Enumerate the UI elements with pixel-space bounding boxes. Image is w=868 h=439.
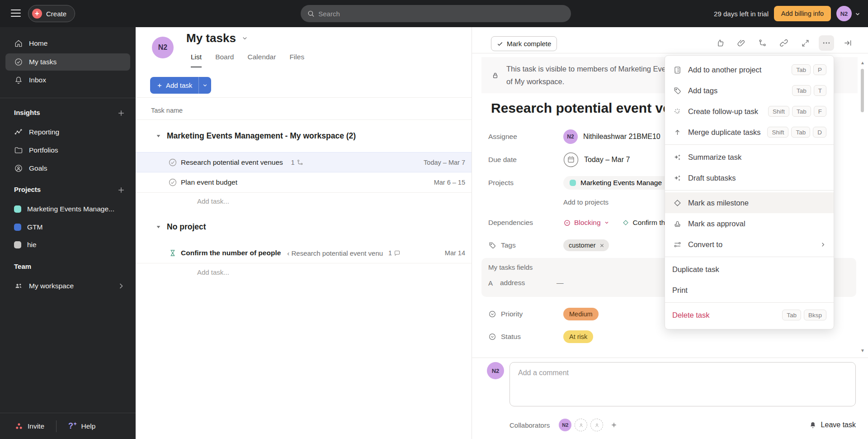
add-task-inline[interactable]: Add task... <box>197 197 229 205</box>
sidebar-item-project-marketing[interactable]: Marketing Events Manage... <box>5 200 130 218</box>
section-collapse-icon[interactable] <box>156 224 161 230</box>
attach-button[interactable] <box>734 35 749 51</box>
comment-input[interactable]: Add a comment <box>509 362 856 406</box>
add-project-icon[interactable] <box>117 186 126 195</box>
add-to-projects-link[interactable]: Add to projects <box>563 198 609 206</box>
add-task-dropdown-button[interactable] <box>198 77 211 94</box>
priority-badge[interactable]: Medium <box>563 308 599 320</box>
parent-task-link[interactable]: ‹ Research potential event venu <box>287 249 383 257</box>
search-bar[interactable] <box>301 5 571 22</box>
menu-item-summarize-task[interactable]: Summarize task <box>665 147 834 167</box>
scroll-up-icon[interactable]: ▲ <box>860 61 865 65</box>
leave-task-button[interactable]: Leave task <box>809 421 856 429</box>
comment-avatar: N2 <box>487 362 504 379</box>
status-badge[interactable]: At risk <box>563 330 593 343</box>
collaborator-avatar[interactable]: N2 <box>559 419 571 431</box>
menu-item-mark-as-approval[interactable]: Mark as approval <box>665 213 834 234</box>
menu-item-create-follow-up-task[interactable]: Create follow-up task ShiftTabF <box>665 101 834 122</box>
menu-item-delete-task[interactable]: Delete task TabBksp <box>665 305 834 325</box>
task-check-icon[interactable] <box>168 178 177 187</box>
sidebar-section-insights: Insights <box>14 109 40 116</box>
bell-icon <box>809 421 817 429</box>
address-value[interactable]: — <box>557 279 564 287</box>
sidebar-item-project-gtm[interactable]: GTM <box>5 219 130 236</box>
blocking-icon <box>563 219 571 227</box>
dependency-task-link[interactable]: Confirm the <box>622 219 669 227</box>
sidebar-item-home[interactable]: Home <box>5 35 130 52</box>
sidebar-item-my-workspace[interactable]: My workspace <box>5 277 130 295</box>
detail-scrollbar[interactable]: ▲ ▼ <box>860 59 865 354</box>
sidebar-item-reporting[interactable]: Reporting <box>5 124 130 141</box>
scrollbar-thumb[interactable] <box>861 69 864 112</box>
invite-button[interactable]: Invite <box>14 422 44 431</box>
collaborator-placeholder-avatar[interactable] <box>575 419 587 431</box>
task-actions-menu: Add to another project TabP Add tags Tab… <box>665 55 834 329</box>
approval-hourglass-icon <box>169 249 177 257</box>
tab-board[interactable]: Board <box>215 53 234 67</box>
menu-item-mark-as-milestone[interactable]: Mark as milestone <box>665 192 834 213</box>
tag-chip-customer[interactable]: customer <box>563 239 609 251</box>
assignee-value[interactable]: N2 Nithileashwar 21BME10 <box>563 129 660 144</box>
help-button[interactable]: ?✦ Help <box>68 421 95 431</box>
tab-calendar[interactable]: Calendar <box>248 53 276 67</box>
collaborator-placeholder-avatar[interactable] <box>590 419 603 431</box>
task-row-confirm-people[interactable]: Confirm the number of people ‹ Research … <box>136 243 472 263</box>
sidebar-section-team: Team <box>14 262 31 270</box>
section-collapse-icon[interactable] <box>156 133 161 139</box>
shortcut-key: F <box>814 106 826 117</box>
invite-label: Invite <box>28 422 44 430</box>
account-chevron-down-icon[interactable] <box>854 11 861 17</box>
copy-link-button[interactable] <box>776 35 792 51</box>
sidebar-item-project-hie[interactable]: hie <box>5 236 130 253</box>
tab-list[interactable]: List <box>191 53 202 67</box>
add-task-button[interactable]: Add task <box>150 77 198 94</box>
menu-item-draft-subtasks[interactable]: Draft subtasks <box>665 167 834 188</box>
invite-icon <box>14 422 24 431</box>
shortcut-key: P <box>813 64 826 75</box>
add-billing-info-button[interactable]: Add billing info <box>774 6 831 21</box>
project-chip[interactable]: Marketing Events Manage <box>563 176 680 190</box>
section-header-no-project[interactable]: No project <box>156 222 206 232</box>
sidebar-item-goals[interactable]: Goals <box>5 160 130 177</box>
add-insight-icon[interactable] <box>117 109 126 118</box>
search-input[interactable] <box>318 10 565 18</box>
add-collaborator-icon[interactable] <box>610 421 618 429</box>
workspace-chevron-right-icon[interactable] <box>117 282 126 291</box>
like-button[interactable] <box>712 35 728 51</box>
scroll-down-icon[interactable]: ▼ <box>860 348 865 353</box>
project-color-swatch <box>14 224 21 231</box>
divider <box>665 190 834 191</box>
task-row-research-venues[interactable]: Research potential event venues 1 Today … <box>136 152 472 172</box>
menu-item-print[interactable]: Print <box>665 280 834 301</box>
more-actions-button[interactable] <box>819 35 834 51</box>
sidebar-toggle-icon[interactable] <box>11 10 21 18</box>
title-chevron-down-icon[interactable] <box>241 35 248 42</box>
add-task-inline[interactable]: Add task... <box>197 268 229 276</box>
blocking-dropdown[interactable]: Blocking <box>563 219 609 227</box>
search-icon <box>307 10 315 18</box>
menu-item-add-tags[interactable]: Add tags TabT <box>665 80 834 101</box>
user-avatar[interactable]: N2 <box>836 6 852 21</box>
remove-tag-icon[interactable] <box>599 243 604 248</box>
menu-item-add-to-another-project[interactable]: Add to another project TabP <box>665 59 834 80</box>
add-subtask-button[interactable] <box>755 35 770 51</box>
menu-item-label: Merge duplicate tasks <box>688 128 761 137</box>
mark-complete-button[interactable]: Mark complete <box>491 36 557 51</box>
task-check-icon[interactable] <box>168 158 177 167</box>
assignee-name: Nithileashwar 21BME10 <box>583 133 660 141</box>
menu-item-label: Draft subtasks <box>688 174 826 182</box>
sidebar-item-portfolios[interactable]: Portfolios <box>5 142 130 159</box>
sidebar-item-label: GTM <box>27 223 42 231</box>
sidebar-item-my-tasks[interactable]: My tasks <box>5 53 130 71</box>
menu-item-duplicate-task[interactable]: Duplicate task <box>665 259 834 280</box>
task-row-plan-budget[interactable]: Plan event budget Mar 6 – 15 <box>136 172 472 193</box>
menu-item-convert-to[interactable]: Convert to <box>665 234 834 255</box>
section-header-marketing-events[interactable]: Marketing Events Management - My workspa… <box>156 131 356 141</box>
shortcut-key: Tab <box>792 106 811 117</box>
menu-item-merge-duplicate-tasks[interactable]: Merge duplicate tasks ShiftTabD <box>665 122 834 143</box>
sidebar-item-inbox[interactable]: Inbox <box>5 72 130 89</box>
tab-files[interactable]: Files <box>289 53 304 67</box>
create-button[interactable]: + Create <box>28 5 75 22</box>
expand-button[interactable] <box>797 35 813 51</box>
close-panel-button[interactable] <box>840 35 855 51</box>
